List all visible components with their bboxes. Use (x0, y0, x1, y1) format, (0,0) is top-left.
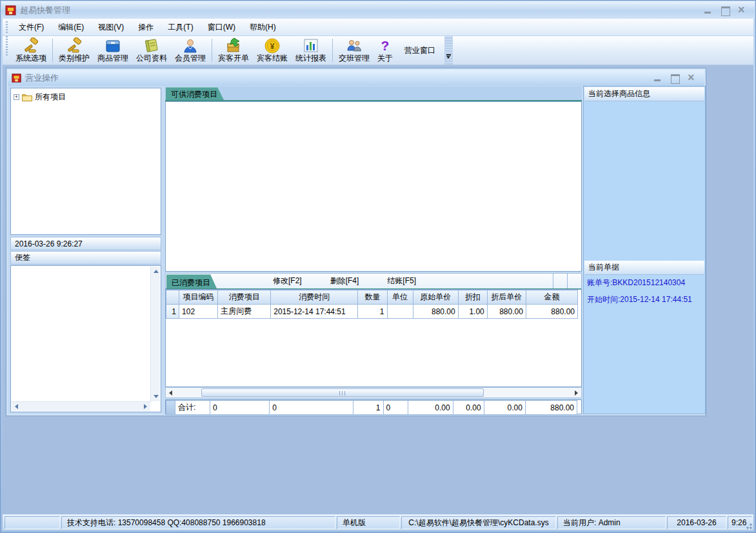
scroll-down-icon[interactable] (151, 392, 161, 401)
status-data-path: C:\超易软件\超易快餐管理\cyKCData.sys (401, 516, 556, 529)
child-maximize-icon[interactable] (670, 74, 680, 83)
table-row[interactable]: 1 102 主房间费 2015-12-14 17:44:51 1 880.00 … (166, 305, 578, 319)
status-date: 2016-03-26 (667, 516, 726, 529)
grid-header-row: 项目编码 消费项目 消费时间 数量 单位 原始单价 折扣 折后单价 金额 (166, 290, 578, 305)
col-discount[interactable]: 折扣 (458, 290, 487, 305)
bill-number-text: 账单号:BKKD201512140304 (587, 277, 685, 288)
toolbar-business-window[interactable]: 营业窗口 (397, 36, 443, 65)
member-person-icon (182, 37, 199, 54)
main-window: 超易快餐管理 文件(F) 编辑(E) 视图(V) 操作 工具(T) 窗口(W) … (0, 0, 756, 533)
col-item-code[interactable]: 项目编码 (179, 290, 218, 305)
status-empty-segment (5, 516, 60, 529)
checkout-button[interactable]: 结账[F5] (383, 274, 420, 288)
scrollbar-thumb[interactable] (201, 388, 484, 397)
maximize-icon[interactable] (720, 6, 730, 15)
col-amount[interactable]: 金额 (526, 290, 577, 305)
toolbar-label: 交班管理 (339, 54, 370, 63)
yuan-glyph: ¥ (270, 42, 275, 51)
tree-item-all-projects[interactable]: + 所有项目 (14, 92, 158, 103)
current-bill-header: 当前单据 (584, 261, 704, 275)
child-body: + 所有项目 2016-03-26 9:26:27 便签 (8, 86, 704, 414)
notes-area[interactable] (10, 265, 161, 412)
right-panel: 当前选择商品信息 当前单据 账单号:BKKD201512140304 开始时间:… (583, 86, 706, 414)
notes-horizontal-scrollbar[interactable] (12, 401, 150, 411)
modify-button[interactable]: 修改[F2] (269, 274, 306, 288)
toolbar-shift-management[interactable]: 交班管理 (335, 36, 373, 65)
toolbar-grip[interactable] (6, 36, 8, 56)
menu-help[interactable]: 帮助(H) (243, 19, 283, 35)
available-items-tabstrip: 可供消费项目 (165, 86, 582, 101)
shift-people-icon (346, 37, 363, 54)
grid-horizontal-scrollbar[interactable] (165, 387, 582, 398)
cell-unit (387, 305, 413, 319)
child-minimize-icon[interactable] (653, 74, 663, 83)
toolbar-label: 商品管理 (97, 54, 128, 63)
delete-button[interactable]: 删除[F4] (326, 274, 363, 288)
menu-window[interactable]: 窗口(W) (201, 19, 243, 35)
cell-row-number: 1 (166, 305, 179, 319)
cell-discount: 1.00 (458, 305, 487, 319)
col-quantity[interactable]: 数量 (358, 290, 387, 305)
col-consume-time[interactable]: 消费时间 (271, 290, 358, 305)
toolbar-guest-checkout[interactable]: ¥ 宾客结账 (253, 36, 292, 65)
status-current-user: 当前用户: Admin (557, 516, 666, 529)
minimize-icon[interactable] (703, 6, 713, 15)
totals-row-header (166, 401, 175, 415)
tree-expand-icon[interactable]: + (14, 94, 19, 100)
scroll-right-icon[interactable] (572, 388, 581, 397)
selected-product-header: 当前选择商品信息 (584, 87, 704, 101)
question-icon: ? (381, 37, 390, 54)
totals-value: 0.00 (453, 401, 484, 415)
toolbar-separator (212, 39, 212, 62)
totals-row: 合计: 0 0 1 0 0.00 0.00 0.00 880.00 (165, 399, 582, 414)
totals-label: 合计: (175, 401, 210, 415)
col-item-name[interactable]: 消费项目 (218, 290, 271, 305)
toolbar-company-info[interactable]: 公司资料 (132, 36, 171, 65)
resize-grip[interactable] (744, 521, 753, 530)
menu-tools[interactable]: 工具(T) (161, 19, 200, 35)
notes-vertical-scrollbar[interactable] (150, 266, 160, 401)
scroll-right-icon[interactable] (141, 402, 150, 411)
toolbar-about[interactable]: ? 关于 (373, 36, 397, 65)
totals-value: 0 (383, 401, 408, 415)
toolbar-system-options[interactable]: 系统选项 (12, 36, 50, 65)
toolbar-label: 宾客开单 (218, 54, 249, 63)
col-discounted-price[interactable]: 折后单价 (487, 290, 526, 305)
col-unit[interactable]: 单位 (387, 290, 413, 305)
menu-grip[interactable] (6, 21, 8, 33)
product-box-icon (104, 37, 121, 54)
available-items-list[interactable] (165, 101, 582, 272)
toolbar-label: 营业窗口 (404, 45, 435, 56)
menu-view[interactable]: 视图(V) (91, 19, 131, 35)
toolbar-product-management[interactable]: 商品管理 (94, 36, 132, 65)
toolbar-statistics-report[interactable]: 统计报表 (292, 36, 330, 65)
menu-operate[interactable]: 操作 (131, 19, 161, 35)
scroll-up-icon[interactable] (151, 266, 161, 276)
tab-available-items[interactable]: 可供消费项目 (166, 87, 224, 100)
open-bill-box-icon (225, 37, 242, 54)
toolbar-label: 宾客结账 (257, 54, 288, 63)
cell-quantity: 1 (358, 305, 387, 319)
close-icon[interactable] (737, 6, 747, 15)
app-logo-icon (5, 5, 17, 16)
cell-amount: 880.00 (526, 305, 577, 319)
toolbar-label: 类别维护 (59, 54, 90, 63)
toolbar-guest-open-bill[interactable]: 宾客开单 (214, 36, 253, 65)
toolbar-member-management[interactable]: 会员管理 (171, 36, 210, 65)
toolbar-separator (332, 39, 333, 62)
scroll-left-icon[interactable] (166, 388, 175, 397)
menu-file[interactable]: 文件(F) (12, 19, 51, 35)
notes-label: 便签 (15, 252, 30, 263)
toolbar-overflow-chevron-icon[interactable] (444, 36, 453, 65)
business-operations-window: 营业操作 + 所有项目 (6, 68, 706, 416)
menu-edit[interactable]: 编辑(E) (51, 19, 91, 35)
scroll-left-icon[interactable] (12, 402, 21, 411)
cell-original-price: 880.00 (413, 305, 458, 319)
col-original-price[interactable]: 原始单价 (413, 290, 458, 305)
tab-consumed-items[interactable]: 已消费项目 (166, 274, 217, 288)
cell-consume-time: 2015-12-14 17:44:51 (271, 305, 358, 319)
cell-item-code: 102 (179, 305, 218, 319)
toolbar-category-maintenance[interactable]: 类别维护 (55, 36, 94, 65)
totals-value: 0 (270, 401, 353, 415)
child-close-icon[interactable] (686, 74, 697, 83)
